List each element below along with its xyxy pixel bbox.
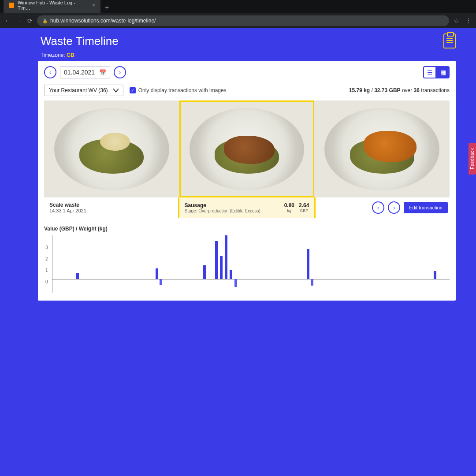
forward-icon[interactable]: →	[16, 17, 22, 24]
chart-bar[interactable]	[76, 273, 79, 279]
detail-item-stage: Stage: Overproduction (Edible Excess)	[185, 208, 260, 213]
chart-bar[interactable]	[230, 270, 232, 279]
detail-metrics: 0.80 kg 2.64 GBP	[284, 202, 309, 213]
summary-weight: 15.79 kg	[349, 87, 370, 93]
chart-bar[interactable]	[156, 268, 158, 279]
chart-bar[interactable]	[434, 271, 436, 279]
date-picker[interactable]: 01.04.2021 📅	[60, 66, 110, 78]
chart-section: Value (GBP) / Weight (kg) 0123	[44, 226, 450, 293]
chart-bar[interactable]	[234, 279, 237, 287]
view-toggle: ☰ ▦	[423, 66, 450, 78]
grid-view-button[interactable]: ▦	[436, 66, 450, 78]
page-title: Waste Timeline	[41, 34, 119, 48]
chart-bar[interactable]	[225, 235, 227, 279]
prev-transaction-button[interactable]: ‹	[372, 201, 384, 214]
chart-y-tick: 3	[45, 245, 48, 249]
detail-cost-unit: GBP	[299, 208, 309, 213]
favicon-icon	[9, 3, 14, 8]
chart-x-axis	[52, 279, 450, 279]
date-row: ‹ 01.04.2021 📅 › ☰ ▦	[44, 66, 450, 78]
chart-bar[interactable]	[220, 256, 223, 279]
close-tab-icon[interactable]: ×	[92, 2, 95, 8]
detail-weight-unit: kg	[284, 208, 294, 213]
waste-thumbnail-selected[interactable]	[179, 100, 315, 197]
feedback-tab[interactable]: Feedback	[469, 143, 476, 175]
chevron-down-icon	[113, 88, 119, 93]
chart-y-tick: 1	[45, 268, 48, 272]
chart-bar[interactable]	[160, 279, 162, 285]
star-icon[interactable]: ☆	[454, 17, 459, 24]
only-images-label: Only display transactions with images	[138, 87, 227, 93]
only-images-checkbox-row[interactable]: ✓ Only display transactions with images	[130, 87, 227, 93]
chart-y-tick: 2	[45, 256, 48, 261]
restaurant-dropdown-label: Your Restaurant WV (36)	[49, 87, 108, 93]
detail-selected: Sausage Stage: Overproduction (Edible Ex…	[178, 197, 316, 218]
page-header: Waste Timeline	[0, 32, 476, 49]
summary-over: over	[402, 87, 412, 93]
waste-thumbnail[interactable]	[314, 100, 450, 197]
browser-chrome: Winnow Hub - Waste Log - Tim… × + ← → ⟳ …	[0, 0, 476, 28]
timezone-label: Timezone:	[41, 52, 65, 58]
restaurant-dropdown[interactable]: Your Restaurant WV (36)	[44, 85, 123, 96]
main-panel: ‹ 01.04.2021 📅 › ☰ ▦ Your Restaurant WV …	[38, 61, 456, 301]
chart-bar[interactable]	[307, 249, 309, 279]
chart-title: Value (GBP) / Weight (kg)	[44, 226, 450, 232]
chart-bar[interactable]	[203, 265, 206, 279]
summary-count: 36	[414, 87, 420, 93]
summary-text: 15.79 kg / 32.73 GBP over 36 transaction…	[349, 87, 450, 93]
edit-transaction-button[interactable]: Edit transaction	[404, 202, 448, 213]
chart-bar[interactable]	[311, 279, 313, 286]
waste-thumbnail[interactable]	[44, 100, 179, 197]
detail-weight-value: 0.80	[284, 202, 294, 208]
detail-right: ‹ › Edit transaction	[316, 197, 450, 218]
reload-icon[interactable]: ⟳	[27, 17, 33, 24]
calendar-icon: 📅	[99, 69, 106, 76]
filter-row: Your Restaurant WV (36) ✓ Only display t…	[44, 85, 450, 96]
timezone-value: GB	[67, 52, 74, 58]
url-field[interactable]: 🔒 hub.winnowsolutions.com/waste-log/time…	[37, 15, 449, 26]
browser-nav-icons: ← → ⟳	[4, 17, 33, 24]
list-view-button[interactable]: ☰	[423, 66, 436, 78]
thumbnail-strip	[44, 100, 450, 197]
detail-left-title: Scale waste	[49, 202, 173, 208]
chart-bar[interactable]	[215, 241, 218, 279]
new-tab-button[interactable]: +	[100, 2, 113, 13]
detail-left: Scale waste 14:33 1 Apr 2021	[44, 197, 178, 218]
summary-value: 32.73 GBP	[374, 87, 400, 93]
chart-y-tick: 0	[45, 279, 48, 284]
checkbox-checked-icon: ✓	[130, 87, 136, 93]
date-value: 01.04.2021	[64, 69, 95, 76]
detail-cost-value: 2.64	[299, 202, 309, 208]
lock-icon: 🔒	[42, 19, 48, 23]
detail-left-time: 14:33 1 Apr 2021	[49, 208, 173, 213]
next-transaction-button[interactable]: ›	[388, 201, 400, 214]
url-text: hub.winnowsolutions.com/waste-log/timeli…	[50, 18, 156, 24]
detail-bar: Scale waste 14:33 1 Apr 2021 Sausage Sta…	[44, 197, 450, 218]
summary-transactions: transactions	[421, 87, 450, 93]
tab-title: Winnow Hub - Waste Log - Tim…	[18, 0, 89, 11]
next-day-button[interactable]: ›	[114, 66, 126, 78]
prev-day-button[interactable]: ‹	[44, 66, 56, 78]
tab-bar: Winnow Hub - Waste Log - Tim… × +	[0, 0, 476, 13]
timeline-chart[interactable]: 0123	[52, 235, 450, 293]
timezone-row: Timezone: GB	[0, 49, 476, 61]
clipboard-icon[interactable]	[443, 33, 456, 48]
browser-right-icons: ☆ ⋮	[454, 17, 472, 24]
browser-tab[interactable]: Winnow Hub - Waste Log - Tim… ×	[4, 0, 100, 13]
app-root: Waste Timeline Timezone: GB ‹ 01.04.2021…	[0, 28, 476, 476]
menu-icon[interactable]: ⋮	[465, 17, 472, 24]
detail-item-name: Sausage	[185, 202, 260, 208]
address-bar: ← → ⟳ 🔒 hub.winnowsolutions.com/waste-lo…	[0, 13, 476, 28]
back-icon[interactable]: ←	[4, 17, 11, 24]
